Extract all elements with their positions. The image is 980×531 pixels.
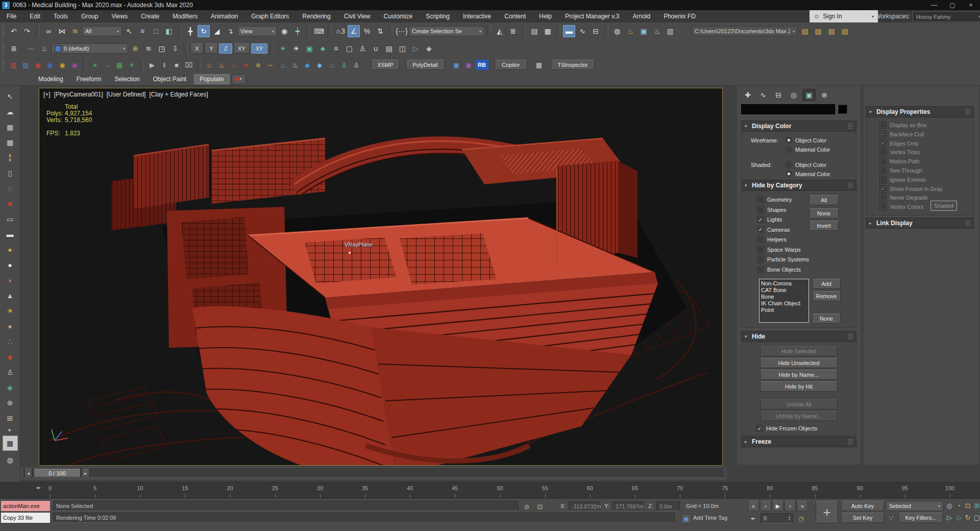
viewport-pov-menu[interactable]: [PhysCamera001] xyxy=(54,91,103,98)
lights-icon[interactable]: ☀ xyxy=(277,42,289,55)
splash-yellow-icon[interactable]: ※ xyxy=(253,59,264,70)
water-preset-icon[interactable]: ◉ xyxy=(44,59,56,70)
fire-preset-icon[interactable]: ◉ xyxy=(32,59,43,70)
tab-freeform[interactable]: Freeform xyxy=(71,74,107,84)
white-sphere-icon[interactable]: ● xyxy=(4,258,17,271)
menu-views[interactable]: Views xyxy=(105,10,134,22)
flame-orange-icon[interactable]: ♨ xyxy=(204,59,215,70)
list-item[interactable]: Point xyxy=(761,307,807,313)
tab-populate[interactable]: Populate xyxy=(194,74,229,84)
rb-button[interactable]: RB xyxy=(475,60,488,70)
select-rotate-icon[interactable]: ↻ xyxy=(198,25,210,37)
time-configuration-icon[interactable]: ◷ xyxy=(796,514,806,523)
swirl-icon[interactable]: ◌ xyxy=(4,182,17,195)
menu-group[interactable]: Group xyxy=(75,10,105,22)
violet-tool-icon[interactable]: ▣ xyxy=(463,59,474,70)
object-name-field[interactable] xyxy=(741,104,835,114)
none-list-button[interactable]: None xyxy=(812,313,841,324)
schematic-view-icon[interactable]: ⊟ xyxy=(590,25,602,37)
menu-customize[interactable]: Customize xyxy=(377,10,420,22)
add-to-layer-icon[interactable]: ⊕ xyxy=(129,42,141,55)
hide-unselected-button[interactable]: Hide Unselected xyxy=(760,358,838,368)
redo-icon[interactable]: ↷ xyxy=(21,25,33,37)
select-scale-icon[interactable]: ◢ xyxy=(211,25,223,37)
viewport-user-menu[interactable]: [User Defined] xyxy=(107,91,146,98)
prawn-icon[interactable]: ∽ xyxy=(265,59,276,70)
cube-preset-icon[interactable]: ◉ xyxy=(69,59,80,70)
frame-spinner[interactable]: ▴▾ xyxy=(789,516,790,521)
rendered-frame-icon[interactable]: ▣ xyxy=(638,25,650,37)
align-icon[interactable]: ≣ xyxy=(507,25,519,37)
layer-stack-icon[interactable]: ≋ xyxy=(142,42,155,55)
scene-explorer-icon[interactable]: ≣ xyxy=(8,42,20,55)
object-color-swatch[interactable] xyxy=(838,105,847,114)
tan-sphere-icon[interactable]: ● xyxy=(4,320,17,332)
select-object-icon[interactable]: ↖ xyxy=(123,25,135,37)
sun-icon[interactable]: ☀ xyxy=(4,304,17,317)
axis-plane-button[interactable]: XY xyxy=(251,43,268,54)
invert-button[interactable]: Invert xyxy=(809,221,839,231)
phoenix-fire-cube-icon[interactable]: ▧ xyxy=(8,59,19,70)
radio-button[interactable] xyxy=(786,146,792,153)
set-keys-button[interactable]: + xyxy=(816,501,838,523)
list-item[interactable]: IK Chain Object xyxy=(761,300,807,307)
flame-amber-icon[interactable]: ♨ xyxy=(216,59,227,70)
keyboard-override-icon[interactable]: ⌨ xyxy=(313,25,325,37)
active-layer-dropdown[interactable]: 0 (default)▾ xyxy=(52,43,128,54)
camera-icon[interactable]: ▣ xyxy=(303,42,315,55)
minimize-button[interactable]: — xyxy=(925,0,943,10)
flow-grid-icon[interactable]: ▦ xyxy=(114,59,125,70)
menu-file[interactable]: File xyxy=(0,10,23,22)
snap-toggle-icon[interactable]: ∩3 xyxy=(334,25,347,37)
particles-icon[interactable]: ∴ xyxy=(4,335,17,348)
pause-sim-icon[interactable]: ‖ xyxy=(159,59,170,70)
edit-named-selections-icon[interactable]: {⋯} xyxy=(396,25,408,37)
render-setup-icon[interactable]: ♨ xyxy=(624,25,636,37)
add-time-tag-label[interactable]: Add Time Tag xyxy=(693,515,727,521)
phoenix-water-cube-icon[interactable]: ▧ xyxy=(20,59,31,70)
teapot-grey-icon[interactable]: ♨ xyxy=(326,59,337,70)
render-production-icon[interactable]: ♨ xyxy=(651,25,663,37)
checkbox[interactable]: ✓ xyxy=(756,425,763,432)
flow-burst-icon[interactable]: ☀ xyxy=(126,59,137,70)
toggle-scene-explorer-icon[interactable]: ▤ xyxy=(528,25,541,37)
droplet-icon[interactable]: ◆ xyxy=(302,59,313,70)
zoom-icon[interactable]: ◎ xyxy=(945,501,953,510)
menu-modifiers[interactable]: Modifiers xyxy=(166,10,204,22)
z-coord-field[interactable]: 0.0m xyxy=(656,501,680,511)
key-steps-icon[interactable]: ∵ xyxy=(886,514,896,523)
select-manipulate-icon[interactable]: ┿ xyxy=(291,25,304,37)
use-pivot-center-icon[interactable]: ◉ xyxy=(278,25,290,37)
mirror-icon[interactable]: ◭ xyxy=(494,25,506,37)
none-button[interactable]: None xyxy=(809,208,839,219)
next-frame-button[interactable]: ▸ xyxy=(82,469,89,477)
named-selection-dropdown[interactable]: Create Selection Se▾ xyxy=(409,26,484,36)
maximize-button[interactable]: ▢ xyxy=(943,0,962,10)
time-slider-track[interactable] xyxy=(23,468,724,478)
utilities-tab-icon[interactable]: ⊛ xyxy=(818,89,831,101)
bone-tools-icon[interactable]: ∪ xyxy=(370,42,382,55)
folder-open-icon[interactable]: ▤ xyxy=(812,25,824,37)
hide-by-hit-button[interactable]: Hide by Hit xyxy=(760,381,838,392)
project-path-field[interactable]: C:\Users\20122\Documents\3ds Max 2020▾ xyxy=(692,26,798,36)
folder-new-icon[interactable]: ▤ xyxy=(799,25,811,37)
zoom-region-icon[interactable]: ⊞ xyxy=(973,501,980,510)
populate-flyout-button[interactable]: ▾ xyxy=(232,74,246,84)
checkbox[interactable] xyxy=(757,196,764,203)
menu-phoenix-fd[interactable]: Phoenix FD xyxy=(657,10,702,22)
layer-teapot-icon[interactable]: ♨ xyxy=(38,42,51,55)
menu-tools[interactable]: Tools xyxy=(47,10,75,22)
tsinspector-button[interactable]: TSInspector xyxy=(551,60,595,70)
exclusion-listbox[interactable]: Non-CoronaCAT BoneBoneIK Chain ObjectPoi… xyxy=(759,279,809,323)
add-list-button[interactable]: Add xyxy=(812,279,841,289)
pan-icon[interactable]: ◇ xyxy=(954,513,963,521)
flow-node-icon[interactable]: ∗ xyxy=(89,59,101,70)
key-filters-button[interactable]: Key Filters... xyxy=(898,513,943,523)
viewport[interactable]: [+] [PhysCamera001] [User Defined] [Clay… xyxy=(39,88,723,466)
shaded-button[interactable]: Shaded xyxy=(930,201,957,211)
checkbox[interactable]: ✓ xyxy=(757,226,764,233)
select-cursor-icon[interactable]: ↖ xyxy=(4,90,17,103)
splash-red-icon[interactable]: ※ xyxy=(240,59,252,70)
curve-editor-icon[interactable]: ∿ xyxy=(576,25,589,37)
menu-project-manager-v-3[interactable]: Project Manager v.3 xyxy=(558,10,626,22)
